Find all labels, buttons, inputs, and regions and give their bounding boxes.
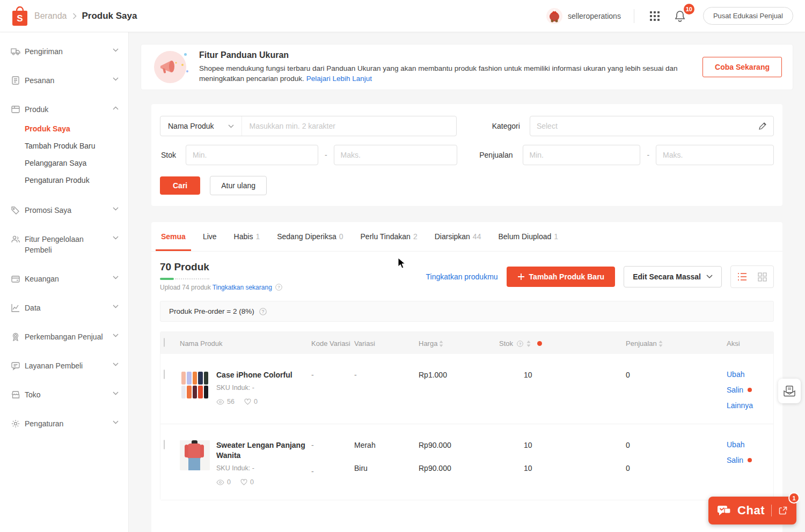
- sidebar-item-produk[interactable]: Produk: [11, 104, 128, 115]
- sidebar-item-toko[interactable]: Toko: [11, 389, 128, 400]
- search-input[interactable]: [242, 122, 456, 130]
- tab-live[interactable]: Live: [197, 222, 222, 251]
- sidebar-item-layanan-pembeli[interactable]: Layanan Pembeli: [11, 360, 128, 371]
- chevron-down-icon: [113, 77, 119, 81]
- help-icon[interactable]: ?: [275, 284, 282, 291]
- stok-min-input[interactable]: [193, 151, 311, 159]
- filter-panel: Nama Produk Kategori Select Stok - Penju…: [151, 104, 782, 206]
- tab-habis[interactable]: Habis1: [229, 222, 266, 251]
- shopee-logo-icon[interactable]: S: [11, 6, 29, 26]
- avatar[interactable]: [546, 8, 562, 24]
- heart-icon: [244, 398, 251, 405]
- search-type-select[interactable]: Nama Produk: [160, 116, 242, 136]
- education-center-button[interactable]: Pusat Edukasi Penjual: [703, 7, 793, 25]
- try-now-button[interactable]: Coba Sekarang: [702, 57, 782, 77]
- chat-badge: 1: [788, 492, 800, 504]
- sidebar-item-data[interactable]: Data: [11, 302, 128, 313]
- row-checkbox[interactable]: [164, 370, 165, 379]
- col-penjualan[interactable]: Penjualan: [606, 338, 703, 348]
- inbox-float-button[interactable]: [778, 379, 801, 403]
- notification-bell-icon[interactable]: 10: [672, 8, 688, 24]
- kategori-label: Kategori: [484, 122, 520, 130]
- stok-max-input[interactable]: [341, 151, 450, 159]
- select-all-checkbox[interactable]: [164, 338, 165, 347]
- learn-more-link[interactable]: Pelajari Lebih Lanjut: [306, 75, 372, 83]
- size-guide-banner: Fitur Panduan Ukuran Shopee mendukung fu…: [141, 44, 793, 90]
- product-name[interactable]: Case iPhone Colorful: [216, 370, 311, 380]
- views: 0: [216, 478, 231, 486]
- notification-count-badge: 10: [684, 4, 694, 14]
- wallet-icon: [11, 274, 20, 284]
- sidebar-item-promosi-saya[interactable]: Promosi Saya: [11, 205, 128, 216]
- kategori-select[interactable]: Select: [530, 116, 774, 136]
- list-view-icon[interactable]: [732, 268, 752, 285]
- page-title: Produk Saya: [82, 11, 137, 21]
- more-link[interactable]: Lainnya: [727, 401, 773, 410]
- copy-link[interactable]: Salin: [727, 456, 773, 464]
- sidebar-item-pengiriman[interactable]: Pengiriman: [11, 46, 128, 57]
- grid-view-icon[interactable]: [752, 268, 772, 286]
- pencil-icon: [758, 122, 767, 130]
- tab-diarsipkan[interactable]: Diarsipkan44: [429, 222, 487, 251]
- range-separator: -: [647, 151, 649, 159]
- sales: 0: [626, 440, 703, 450]
- sidebar-item-produk-saya[interactable]: Produk Saya: [11, 120, 128, 137]
- boost-products-link[interactable]: Tingkatkan produkmu: [426, 272, 497, 281]
- penjualan-min-input[interactable]: [530, 151, 634, 159]
- svg-text:?: ?: [261, 309, 264, 314]
- views: 56: [216, 398, 235, 405]
- svg-text:S: S: [17, 13, 23, 24]
- penjualan-label: Penjualan: [477, 151, 513, 159]
- search-button[interactable]: Cari: [160, 176, 200, 195]
- breadcrumb-home[interactable]: Beranda: [34, 11, 67, 21]
- gear-icon: [11, 419, 20, 428]
- stock-alert-dot: [537, 341, 542, 346]
- help-icon[interactable]: ?: [259, 308, 267, 315]
- tab-perlu-tindakan[interactable]: Perlu Tindakan2: [355, 222, 423, 251]
- col-kode-variasi: Kode Variasi: [311, 338, 354, 348]
- tab-semua[interactable]: Semua: [156, 222, 191, 251]
- product-image[interactable]: [180, 440, 210, 470]
- sidebar-item-pesanan[interactable]: Pesanan: [11, 75, 128, 86]
- megaphone-icon: [152, 50, 191, 84]
- breadcrumb-separator-icon: [72, 13, 77, 19]
- product-count: 70 Produk: [160, 261, 282, 273]
- chat-button[interactable]: Chat 1: [708, 497, 796, 524]
- range-separator: -: [325, 151, 327, 159]
- bulk-edit-button[interactable]: Edit Secara Massal: [624, 266, 722, 287]
- reset-button[interactable]: Atur ulang: [210, 176, 267, 195]
- apps-grid-icon[interactable]: [647, 9, 662, 24]
- col-stok[interactable]: Stok ?: [499, 338, 606, 348]
- edit-link[interactable]: Ubah: [727, 370, 773, 379]
- banner-title: Fitur Panduan Ukuran: [199, 50, 702, 60]
- copy-alert-dot: [748, 388, 752, 392]
- tab-belum-diupload[interactable]: Belum Diupload1: [493, 222, 564, 251]
- copy-link[interactable]: Salin: [727, 386, 773, 394]
- col-harga[interactable]: Harga: [419, 338, 499, 348]
- sidebar-item-keuangan[interactable]: Keuangan: [11, 274, 128, 284]
- product-image[interactable]: [180, 370, 210, 400]
- chevron-down-icon: [706, 275, 713, 279]
- promo-tag-icon: [11, 205, 20, 215]
- svg-text:?: ?: [277, 285, 280, 290]
- edit-link[interactable]: Ubah: [727, 440, 773, 449]
- col-variasi: Variasi: [354, 338, 419, 348]
- sidebar-item-pelanggaran-saya[interactable]: Pelanggaran Saya: [11, 154, 128, 172]
- upgrade-now-link[interactable]: Tingkatkan sekarang: [213, 284, 272, 291]
- sidebar-item-fitur-pengelolaan-pembeli[interactable]: Fitur Pengelolaan Pembeli: [11, 234, 128, 255]
- banner-description: Shopee mendukung fungsi terbaru dari Pan…: [199, 63, 702, 84]
- plus-icon: [517, 273, 525, 280]
- sidebar-item-perkembangan-penjual[interactable]: Perkembangan Penjual: [11, 331, 128, 342]
- row-checkbox[interactable]: [164, 440, 165, 449]
- product-name[interactable]: Sweater Lengan Panjang Wanita: [216, 440, 311, 461]
- sidebar-item-pengaturan-produk[interactable]: Pengaturan Produk: [11, 172, 128, 189]
- sidebar-item-tambah-produk-baru[interactable]: Tambah Produk Baru: [11, 137, 128, 154]
- username[interactable]: selleroperations: [568, 12, 621, 20]
- truck-icon: [11, 47, 20, 56]
- add-product-button[interactable]: Tambah Produk Baru: [507, 267, 616, 287]
- sidebar-item-pengaturan[interactable]: Pengaturan: [11, 418, 128, 429]
- product-sku: SKU Induk: -: [216, 384, 311, 391]
- sort-icon: [658, 341, 663, 347]
- tab-sedang-diperiksa[interactable]: Sedang Diperiksa0: [272, 222, 348, 251]
- penjualan-max-input[interactable]: [663, 151, 767, 159]
